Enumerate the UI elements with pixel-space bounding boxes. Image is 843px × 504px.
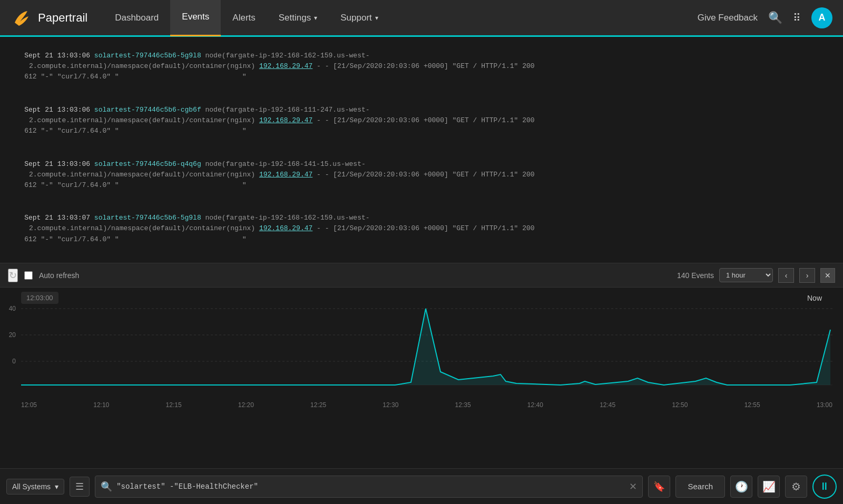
x-label-6: 12:35 [455, 401, 471, 409]
support-chevron-icon: ▾ [375, 14, 378, 22]
log-ip-3[interactable]: 192.168.29.47 [259, 171, 312, 179]
settings-chevron-icon: ▾ [314, 14, 317, 22]
log-node-3: node(fargate-ip-192-168-141-15.us-west- [201, 160, 366, 168]
nav-right: Give Feedback 🔍 ⠿ A [698, 7, 832, 28]
x-label-5: 12:30 [383, 401, 398, 409]
search-nav-icon: 🔍 [768, 11, 782, 25]
log-entry-3: Sept 21 13:03:06 solartest-797446c5b6-q4… [0, 147, 843, 202]
log-ip-2[interactable]: 192.168.29.47 [259, 116, 312, 124]
pause-icon: ⏸ [819, 480, 830, 492]
log-host-2: solartest-797446c5b6-cgb6f [94, 106, 201, 114]
chart-time-start: 12:03:00 [21, 292, 58, 304]
chart-x-labels: 12:05 12:10 12:15 12:20 12:25 12:30 12:3… [21, 401, 832, 409]
log-host-1: solartest-797446c5b6-5g9l8 [94, 52, 201, 60]
log-host-4: solartest-797446c5b6-5g9l8 [94, 214, 201, 222]
navbar: Papertrail Dashboard Events Alerts Setti… [0, 0, 843, 37]
nav-links: Dashboard Events Alerts Settings ▾ Suppo… [103, 0, 692, 36]
time-range-select[interactable]: 15 minutes 1 hour 3 hours 12 hours 1 day… [719, 268, 773, 282]
nav-settings[interactable]: Settings ▾ [267, 0, 329, 36]
refresh-button[interactable]: ↻ [8, 269, 18, 282]
log-entry-2: Sept 21 13:03:06 solartest-797446c5b6-cg… [0, 94, 843, 148]
log-node-4: node(fargate-ip-192-168-162-159.us-west- [201, 214, 370, 222]
log-host-3: solartest-797446c5b6-q4q6g [94, 160, 201, 168]
x-label-8: 12:45 [600, 401, 615, 409]
log-timestamp-4: Sept 21 13:03:07 [24, 214, 94, 222]
log-timestamp-2: Sept 21 13:03:06 [24, 106, 94, 114]
x-label-3: 12:20 [238, 401, 254, 409]
log-area: Sept 21 13:03:06 solartest-797446c5b6-5g… [0, 37, 843, 263]
log-ip-1[interactable]: 192.168.29.47 [259, 62, 312, 70]
events-count: 140 Events [677, 271, 714, 280]
app-title: Papertrail [38, 11, 87, 25]
time-next-button[interactable]: › [799, 268, 815, 283]
give-feedback-button[interactable]: Give Feedback [698, 13, 758, 23]
chart-time-labels: 12:03:00 Now [0, 288, 843, 304]
nav-alerts[interactable]: Alerts [221, 0, 267, 36]
search-container: 🔍 ✕ [95, 476, 643, 498]
nav-dashboard[interactable]: Dashboard [103, 0, 170, 36]
history-button[interactable]: 🕐 [730, 476, 752, 498]
chart-fill [21, 309, 830, 385]
toolbar-bar: ↻ Auto refresh 140 Events 15 minutes 1 h… [0, 263, 843, 288]
x-label-9: 12:50 [672, 401, 688, 409]
nav-support-label: Support [340, 13, 372, 23]
system-select-arrow-icon: ▾ [55, 482, 58, 491]
grid-icon: ⠿ [793, 12, 801, 24]
chart-area: 12:03:00 Now 40 20 0 12:05 12:10 12:15 1… [0, 288, 843, 409]
log-entry-1: Sept 21 13:03:06 solartest-797446c5b6-5g… [0, 39, 843, 94]
system-select-label: All Systems [12, 482, 51, 491]
hamburger-icon: ☰ [75, 481, 84, 492]
x-label-4: 12:25 [310, 401, 326, 409]
auto-refresh-checkbox[interactable] [24, 271, 33, 280]
search-input-icon: 🔍 [101, 481, 112, 492]
svg-text:40: 40 [9, 305, 16, 312]
auto-refresh-label: Auto refresh [39, 271, 79, 280]
log-ip-4[interactable]: 192.168.29.47 [259, 224, 312, 232]
bottom-bar: All Systems ▾ ☰ 🔍 ✕ 🔖 Search 🕐 📈 ⚙ ⏸ [0, 468, 843, 504]
search-input[interactable] [116, 482, 629, 491]
clock-icon: 🕐 [735, 480, 748, 493]
hamburger-button[interactable]: ☰ [70, 477, 90, 497]
grid-nav-button[interactable]: ⠿ [793, 12, 801, 24]
chart-svg: 40 20 0 [0, 303, 843, 390]
system-select[interactable]: All Systems ▾ [6, 479, 64, 495]
logo-area: Papertrail [11, 7, 87, 29]
chart-icon: 📈 [762, 480, 776, 493]
log-node-1: node(fargate-ip-192-168-162-159.us-west- [201, 52, 370, 60]
x-label-2: 12:15 [166, 401, 182, 409]
settings-button[interactable]: ⚙ [785, 476, 807, 498]
chart-toggle-button[interactable]: 📈 [758, 476, 780, 498]
search-nav-button[interactable]: 🔍 [768, 11, 782, 25]
pause-button[interactable]: ⏸ [812, 475, 837, 499]
logo-icon [11, 7, 33, 29]
toolbar-right: 140 Events 15 minutes 1 hour 3 hours 12 … [677, 268, 835, 283]
user-avatar[interactable]: A [811, 7, 832, 28]
log-node-2: node(fargate-ip-192-168-111-247.us-west- [201, 106, 370, 114]
log-timestamp-3: Sept 21 13:03:06 [24, 160, 94, 168]
log-entry-5: Sept 21 13:03:07 solartest-797446c5b6-gs… [0, 256, 843, 263]
nav-settings-label: Settings [279, 13, 311, 23]
x-label-1: 12:10 [93, 401, 109, 409]
time-prev-button[interactable]: ‹ [778, 268, 794, 283]
search-button[interactable]: Search [675, 476, 725, 498]
x-label-11: 13:00 [817, 401, 832, 409]
chart-svg-container: 40 20 0 [0, 303, 843, 390]
svg-text:20: 20 [9, 331, 16, 339]
bookmark-icon: 🔖 [653, 481, 665, 492]
x-label-0: 12:05 [21, 401, 37, 409]
log-timestamp-1: Sept 21 13:03:06 [24, 52, 94, 60]
close-chart-button[interactable]: ✕ [820, 268, 835, 283]
nav-events[interactable]: Events [170, 0, 221, 36]
log-entry-4: Sept 21 13:03:07 solartest-797446c5b6-5g… [0, 202, 843, 256]
x-label-7: 12:40 [527, 401, 543, 409]
x-label-10: 12:55 [744, 401, 760, 409]
clear-search-button[interactable]: ✕ [629, 481, 637, 492]
gear-icon: ⚙ [791, 480, 801, 493]
bookmark-button[interactable]: 🔖 [648, 476, 670, 498]
nav-support[interactable]: Support ▾ [329, 0, 390, 36]
chart-time-end: Now [807, 294, 822, 302]
svg-text:0: 0 [12, 358, 16, 365]
